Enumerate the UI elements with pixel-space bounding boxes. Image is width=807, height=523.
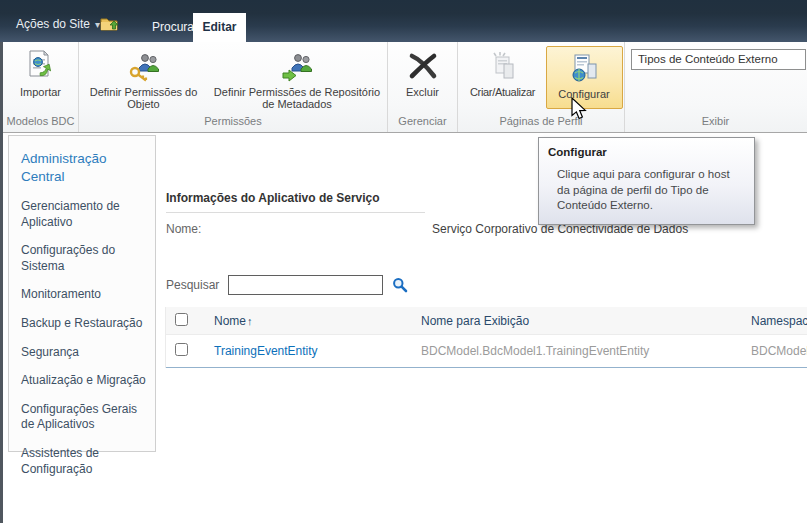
entities-table: Nome↑ Nome para Exibição Namespace Train… — [165, 307, 807, 368]
ribbon-group-label: Modelos BDC — [3, 113, 78, 132]
ribbon-group-label: Gerenciar — [388, 113, 457, 132]
site-actions-menu[interactable]: Ações do Site ▾ — [16, 17, 100, 31]
sort-ascending-icon: ↑ — [247, 315, 253, 327]
configure-label: Configurar — [558, 88, 609, 100]
sidebar-item-atualizacao-e-migracao[interactable]: Atualização e Migração — [21, 373, 153, 389]
table-row: TrainingEventEntity BDCModel.BdcModel1.T… — [166, 335, 807, 368]
entity-display-name: BDCModel.BdcModel1.TrainingEventEntity — [421, 344, 751, 358]
import-button[interactable]: Importar — [5, 45, 77, 100]
configure-button[interactable]: Configurar — [546, 46, 623, 109]
sidebar-item-monitoramento[interactable]: Monitoramento — [21, 287, 153, 303]
delete-x-icon — [406, 49, 440, 83]
ribbon-group-modelos-bdc: Importar Modelos BDC — [3, 42, 79, 132]
top-bar: Ações do Site ▾ Procurar Editar — [0, 0, 807, 42]
column-header-nome-para-exibicao[interactable]: Nome para Exibição — [421, 314, 751, 328]
ribbon-group-paginas-de-perfil: Criar/Atualizar Configurar Pági — [458, 42, 625, 132]
create-upgrade-label: Criar/Atualizar — [470, 86, 535, 98]
ribbon-group-label: Exibir — [625, 113, 806, 132]
ribbon: Importar Modelos BDC Definir Permissões — [3, 42, 807, 133]
table-header-row: Nome↑ Nome para Exibição Namespace — [166, 307, 807, 335]
set-metadata-store-permissions-button[interactable]: Definir Permissões de Repositório de Met… — [208, 45, 387, 112]
delete-button-label: Excluir — [406, 86, 439, 98]
sidebar-item-gerenciamento-de-aplicativo[interactable]: Gerenciamento de Aplicativo — [21, 199, 153, 230]
arrow-users-icon — [280, 49, 314, 83]
key-users-icon — [127, 49, 161, 83]
search-icon[interactable] — [392, 277, 408, 293]
navigate-up-icon[interactable] — [100, 16, 120, 36]
sidebar-item-administracao-central[interactable]: Administração Central — [21, 150, 133, 185]
set-metadata-store-permissions-label: Definir Permissões de Repositório de Met… — [210, 86, 385, 110]
sidebar-item-configuracoes-do-sistema[interactable]: Configurações do Sistema — [21, 243, 153, 274]
search-input[interactable] — [228, 275, 383, 295]
page-left-border — [0, 42, 3, 523]
entity-link[interactable]: TrainingEventEntity — [214, 344, 318, 358]
column-header-namespace[interactable]: Namespace — [751, 314, 807, 328]
configure-icon — [567, 51, 601, 85]
ribbon-group-label: Páginas de Perfil — [458, 113, 624, 132]
import-button-label: Importar — [20, 86, 61, 98]
ribbon-group-permissoes: Definir Permissões do Objeto Definir Per… — [79, 42, 388, 132]
column-header-nome[interactable]: Nome↑ — [214, 314, 421, 328]
sidebar-item-configuracoes-gerais[interactable]: Configurações Gerais de Aplicativos — [21, 402, 153, 433]
create-upgrade-icon-disabled — [486, 49, 520, 83]
entity-namespace: BDCModel — [751, 344, 807, 358]
site-actions-label: Ações do Site — [16, 17, 90, 31]
tooltip-body: Clique aqui para configurar o host da pá… — [557, 167, 743, 214]
row-checkbox[interactable] — [175, 343, 188, 356]
ribbon-group-gerenciar: Excluir Gerenciar — [388, 42, 458, 132]
section-title: Informações do Aplicativo de Serviço — [166, 191, 425, 205]
sidebar-item-assistentes-de-configuracao[interactable]: Assistentes de Configuração — [21, 446, 153, 477]
configure-tooltip: Configurar Clique aqui para configurar o… — [538, 137, 755, 225]
select-all-checkbox[interactable] — [175, 313, 188, 326]
sidebar-item-seguranca[interactable]: Segurança — [21, 345, 153, 361]
set-object-permissions-label: Definir Permissões do Objeto — [82, 86, 206, 110]
name-label: Nome: — [166, 222, 201, 236]
left-navigation: Administração Central Gerenciamento de A… — [8, 135, 156, 452]
delete-button[interactable]: Excluir — [390, 45, 456, 100]
tooltip-title: Configurar — [548, 146, 745, 158]
view-selector-dropdown[interactable]: Tipos de Conteúdo Externo — [631, 49, 806, 70]
create-upgrade-button[interactable]: Criar/Atualizar — [460, 45, 546, 100]
ribbon-group-label: Permissões — [79, 113, 387, 132]
set-object-permissions-button[interactable]: Definir Permissões do Objeto — [80, 45, 208, 112]
import-model-icon — [24, 49, 58, 83]
sidebar-item-backup-e-restauracao[interactable]: Backup e Restauração — [21, 316, 153, 332]
ribbon-group-exibir: Tipos de Conteúdo Externo Exibir — [625, 42, 806, 132]
tab-editar[interactable]: Editar — [193, 13, 246, 42]
search-label: Pesquisar — [166, 278, 219, 292]
